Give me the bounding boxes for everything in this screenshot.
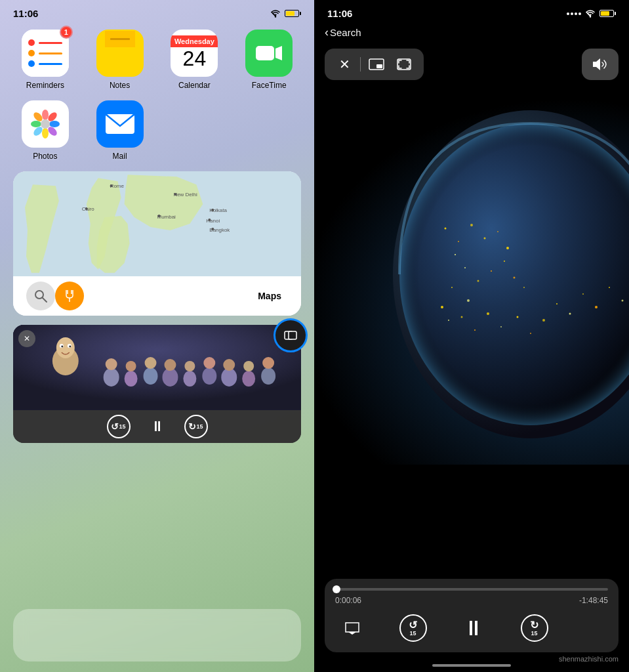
map-visual: Rome Cairo New Delhi Kolkata Hanoi Mumba… <box>13 171 301 276</box>
player-controls: ↺ 15 ⏸ ↻ 15 <box>335 614 608 642</box>
svg-point-54 <box>164 359 176 371</box>
left-status-right <box>270 10 301 18</box>
app-item-reminders[interactable]: 1 Reminders <box>13 30 77 90</box>
planet-svg <box>393 110 629 438</box>
right-panel: 11:06 <box>314 0 629 672</box>
svg-point-83 <box>523 287 525 288</box>
controls-group: ✕ <box>325 49 424 80</box>
left-time: 11:06 <box>13 8 38 19</box>
volume-btn[interactable] <box>582 49 619 80</box>
svg-point-75 <box>506 247 509 249</box>
maps-search-btn[interactable] <box>26 282 55 310</box>
volume-icon <box>591 57 609 72</box>
svg-point-98 <box>622 300 624 302</box>
svg-point-93 <box>556 303 558 304</box>
svg-point-24 <box>174 193 176 196</box>
mail-envelope-icon <box>104 113 136 135</box>
right-status-icons <box>567 10 616 18</box>
svg-line-30 <box>43 298 47 302</box>
app-item-facetime[interactable]: FaceTime <box>237 30 301 90</box>
wifi-icon-right <box>585 10 596 18</box>
mail-icon[interactable] <box>96 100 144 148</box>
maps-widget[interactable]: Rome Cairo New Delhi Kolkata Hanoi Mumba… <box>13 171 301 316</box>
video-close-x-btn[interactable]: ✕ <box>331 52 357 76</box>
svg-rect-64 <box>376 64 382 68</box>
svg-point-51 <box>106 358 117 370</box>
svg-point-92 <box>542 319 545 322</box>
svg-point-97 <box>609 287 610 288</box>
video-expand-btn[interactable] <box>274 318 308 352</box>
svg-point-22 <box>110 184 113 187</box>
play-pause-btn[interactable]: ⏸ <box>463 616 484 640</box>
app-grid: 1 Reminders Notes <box>0 24 314 161</box>
app-item-notes[interactable]: Notes <box>88 30 152 90</box>
video-close-btn[interactable]: ✕ <box>18 330 35 347</box>
svg-point-76 <box>464 267 466 268</box>
battery-icon <box>285 10 301 17</box>
svg-point-46 <box>183 371 196 387</box>
mini-skip-forward-btn[interactable]: ↻ 15 <box>184 415 208 438</box>
reminders-label: Reminders <box>26 81 64 90</box>
svg-point-56 <box>203 357 215 369</box>
svg-point-45 <box>162 368 178 387</box>
facetime-icon[interactable] <box>245 30 293 77</box>
svg-point-86 <box>461 316 463 318</box>
facetime-label: FaceTime <box>252 81 287 90</box>
maps-restaurant-btn[interactable] <box>55 282 84 310</box>
progress-dot <box>333 585 340 593</box>
svg-marker-2 <box>275 46 282 60</box>
back-chevron-icon: ‹ <box>325 26 329 39</box>
back-search-btn[interactable]: ‹ Search <box>325 26 619 39</box>
app-item-mail[interactable]: Mail <box>88 100 152 161</box>
mini-play-pause-btn[interactable]: ⏸ <box>150 418 165 435</box>
back-nav: ‹ Search <box>314 24 629 45</box>
svg-point-68 <box>399 123 629 425</box>
progress-bar[interactable] <box>335 588 608 591</box>
svg-marker-101 <box>348 632 356 635</box>
maps-title: Maps <box>258 291 281 301</box>
photos-icon[interactable] <box>22 100 69 148</box>
svg-point-48 <box>221 368 237 387</box>
svg-point-95 <box>582 293 584 295</box>
svg-point-53 <box>145 357 157 369</box>
remaining-time: -1:48:45 <box>579 596 608 605</box>
time-row: 0:00:06 -1:48:45 <box>335 596 608 605</box>
skip-back-btn[interactable]: ↺ 15 <box>399 614 427 642</box>
svg-point-44 <box>144 368 158 385</box>
svg-point-49 <box>242 371 255 387</box>
skip-forward-btn[interactable]: ↻ 15 <box>521 614 548 642</box>
notes-icon[interactable] <box>96 30 144 77</box>
svg-text:Hanoi: Hanoi <box>206 218 220 224</box>
svg-point-82 <box>514 277 516 279</box>
video-mini-container: ✕ <box>0 325 314 443</box>
svg-point-55 <box>184 361 195 371</box>
mini-video-controls: ↺ 15 ⏸ ↻ 15 <box>13 410 301 443</box>
video-thumbnail <box>13 325 301 410</box>
video-mini-player[interactable]: ✕ <box>13 325 301 443</box>
svg-point-79 <box>451 287 453 288</box>
progress-fill <box>335 588 336 591</box>
svg-point-87 <box>474 329 476 331</box>
svg-point-91 <box>530 333 531 334</box>
svg-point-85 <box>448 320 449 321</box>
fullscreen-icon <box>397 58 411 70</box>
app-item-calendar[interactable]: Wednesday 24 Calendar <box>163 30 227 90</box>
svg-point-4 <box>42 110 49 120</box>
restaurant-icon <box>62 289 77 303</box>
svg-point-69 <box>445 228 447 230</box>
svg-point-80 <box>467 299 470 302</box>
app-item-photos[interactable]: Photos <box>13 100 77 161</box>
video-pip-btn[interactable] <box>363 52 390 76</box>
svg-point-5 <box>42 128 49 138</box>
svg-point-59 <box>262 357 274 369</box>
reminders-icon[interactable]: 1 <box>22 30 69 77</box>
mini-skip-back-btn[interactable]: ↺ 15 <box>107 415 131 438</box>
right-time: 11:06 <box>327 8 352 19</box>
mail-label: Mail <box>113 152 127 161</box>
calendar-icon[interactable]: Wednesday 24 <box>171 30 218 77</box>
watermark: shenmazhishi.com <box>559 655 619 663</box>
svg-point-26 <box>208 219 211 221</box>
airplay-btn[interactable] <box>342 618 363 639</box>
svg-point-52 <box>126 361 136 371</box>
video-fullscreen-btn[interactable] <box>391 52 417 76</box>
